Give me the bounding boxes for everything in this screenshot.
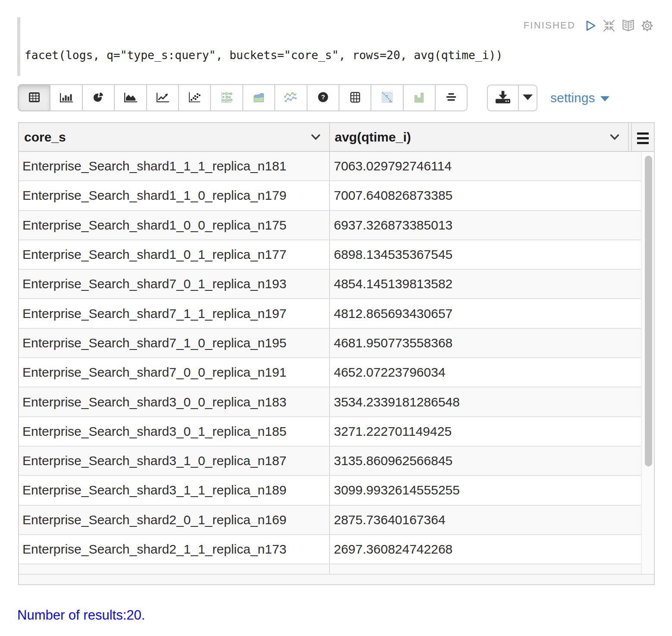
scatter-chart-icon [188, 91, 201, 104]
table-row[interactable]: Enterprise_Search_shard3_1_1_replica_n18… [19, 476, 641, 505]
column-title: avg(qtime_i) [335, 130, 411, 145]
bubble-chart-icon [221, 91, 232, 104]
area-chart-icon [124, 91, 137, 104]
chart-button-pivot-table[interactable] [339, 84, 371, 111]
table-row[interactable]: Enterprise_Search_shard1_0_1_replica_n17… [19, 240, 641, 270]
chart-button-line-chart[interactable] [146, 84, 179, 111]
cell-core-s: Enterprise_Search_shard2_0_1_replica_n16… [19, 506, 330, 534]
cell-avg-qtime-i: 3534.2339181286548 [330, 387, 641, 416]
chart-button-column-chart[interactable] [403, 84, 436, 111]
cell-core-s: Enterprise_Search_shard3_1_1_replica_n18… [19, 476, 330, 504]
chart-button-heatmap[interactable] [371, 84, 403, 111]
multi-line-chart-icon [284, 91, 297, 104]
chart-button-stream-chart[interactable] [242, 84, 275, 111]
column-chart-icon [414, 92, 424, 104]
chart-button-area-chart[interactable] [114, 84, 147, 111]
vertical-scrollbar[interactable] [641, 152, 654, 574]
download-icon [496, 91, 510, 105]
grid-menu-button[interactable] [631, 123, 654, 151]
cell-avg-qtime-i: 6937.326873385013 [330, 211, 641, 239]
bar-chart-icon [60, 92, 73, 104]
zeppelin-paragraph: facet(logs, q="type_s:query", buckets="c… [0, 0, 672, 636]
table-icon [29, 92, 40, 104]
pie-chart-icon [93, 92, 104, 104]
column-menu-chevron-icon[interactable] [610, 134, 619, 140]
vertical-scrollbar-thumb[interactable] [645, 156, 652, 466]
table-row-partial[interactable] [19, 564, 641, 574]
download-options-caret-button[interactable] [518, 85, 537, 111]
table-rows-viewport: Enterprise_Search_shard1_1_1_replica_n18… [19, 152, 641, 574]
cell-core-s: Enterprise_Search_shard1_0_1_replica_n17… [19, 240, 330, 269]
download-button[interactable] [487, 85, 519, 111]
caret-down-icon [600, 96, 609, 101]
code-editor-gutter [17, 17, 20, 76]
cell-core-s: Enterprise_Search_shard2_1_1_replica_n17… [19, 535, 330, 564]
caret-down-icon [523, 94, 533, 101]
cell-core-s: Enterprise_Search_shard7_1_1_replica_n19… [19, 299, 330, 327]
table-row[interactable]: Enterprise_Search_shard7_0_0_replica_n19… [19, 358, 641, 387]
table-row[interactable]: Enterprise_Search_shard1_1_1_replica_n18… [19, 152, 641, 181]
gear-icon[interactable] [641, 20, 653, 31]
chart-button-bar-chart[interactable] [50, 84, 82, 111]
chart-button-text-output[interactable] [435, 84, 468, 111]
chart-button-bubble-chart[interactable] [210, 84, 243, 111]
chart-button-help[interactable]: ? [307, 84, 339, 111]
hamburger-icon [637, 132, 649, 144]
column-header-core-s[interactable]: core_s [19, 123, 330, 151]
cell-avg-qtime-i: 2697.360824742268 [330, 535, 641, 564]
table-row[interactable]: Enterprise_Search_shard1_1_0_replica_n17… [19, 181, 641, 211]
table-row[interactable]: Enterprise_Search_shard7_0_1_replica_n19… [19, 270, 641, 299]
table-body: Enterprise_Search_shard1_1_1_replica_n18… [19, 152, 654, 574]
chart-button-multi-line-chart[interactable] [274, 84, 307, 111]
table-row[interactable]: Enterprise_Search_shard3_0_0_replica_n18… [19, 387, 641, 417]
status-label: FINISHED [524, 20, 575, 31]
heatmap-icon [382, 92, 393, 104]
cell-avg-qtime-i: 4681.950773558368 [330, 329, 641, 357]
horizontal-scrollbar[interactable] [19, 574, 654, 584]
table-row[interactable]: Enterprise_Search_shard7_1_1_replica_n19… [19, 299, 641, 328]
cell-core-s: Enterprise_Search_shard7_0_1_replica_n19… [19, 270, 330, 298]
column-menu-chevron-icon[interactable] [311, 134, 320, 140]
cell-avg-qtime-i: 4652.07223796034 [330, 358, 641, 387]
cell-avg-qtime-i: 6898.134535367545 [330, 240, 641, 269]
cell-avg-qtime-i: 3099.9932614555255 [330, 476, 641, 504]
settings-label: settings [550, 91, 595, 105]
cell-core-s: Enterprise_Search_shard3_1_0_replica_n18… [19, 447, 330, 475]
table-row[interactable]: Enterprise_Search_shard2_1_1_replica_n17… [19, 535, 641, 564]
table-row[interactable]: Enterprise_Search_shard1_0_0_replica_n17… [19, 211, 641, 240]
cell-avg-qtime-i: 7063.029792746114 [330, 152, 641, 180]
cell-avg-qtime-i [330, 564, 641, 574]
code-editor[interactable]: facet(logs, q="type_s:query", buckets="c… [25, 49, 502, 62]
settings-toggle[interactable]: settings [550, 85, 609, 111]
svg-text:?: ? [321, 93, 325, 101]
column-header-avg-qtime-i[interactable]: avg(qtime_i) [330, 123, 629, 151]
download-button-group [487, 85, 537, 111]
book-icon[interactable] [622, 19, 634, 31]
cell-avg-qtime-i: 4854.145139813582 [330, 270, 641, 298]
chart-button-pie-chart[interactable] [82, 84, 115, 111]
pivot-table-icon [350, 92, 360, 104]
column-title: core_s [24, 130, 66, 145]
table-row[interactable]: Enterprise_Search_shard3_1_0_replica_n18… [19, 447, 641, 476]
run-icon[interactable] [585, 20, 596, 31]
table-row[interactable]: Enterprise_Search_shard3_0_1_replica_n18… [19, 417, 641, 447]
chart-button-scatter-chart[interactable] [178, 84, 211, 111]
cell-avg-qtime-i: 3135.860962566845 [330, 447, 641, 475]
collapse-icon[interactable] [603, 20, 615, 31]
table-header-row: core_s avg(qtime_i) [19, 123, 654, 152]
cell-core-s [19, 564, 330, 574]
cell-avg-qtime-i: 4812.865693430657 [330, 299, 641, 327]
results-count: Number of results:20. [17, 608, 145, 623]
paragraph-controls: FINISHED [524, 19, 653, 32]
cell-core-s: Enterprise_Search_shard3_0_0_replica_n18… [19, 387, 330, 416]
text-output-icon [446, 93, 457, 103]
chart-button-table[interactable] [18, 84, 50, 111]
chart-type-toolbar: ? [18, 84, 468, 111]
stream-chart-icon [253, 91, 264, 104]
table-row[interactable]: Enterprise_Search_shard7_1_0_replica_n19… [19, 329, 641, 358]
cell-avg-qtime-i: 3271.222701149425 [330, 417, 641, 446]
cell-core-s: Enterprise_Search_shard7_1_0_replica_n19… [19, 329, 330, 357]
table-row[interactable]: Enterprise_Search_shard2_0_1_replica_n16… [19, 506, 641, 535]
cell-core-s: Enterprise_Search_shard3_0_1_replica_n18… [19, 417, 330, 446]
code-text: facet(logs, q="type_s:query", buckets="c… [25, 49, 502, 62]
